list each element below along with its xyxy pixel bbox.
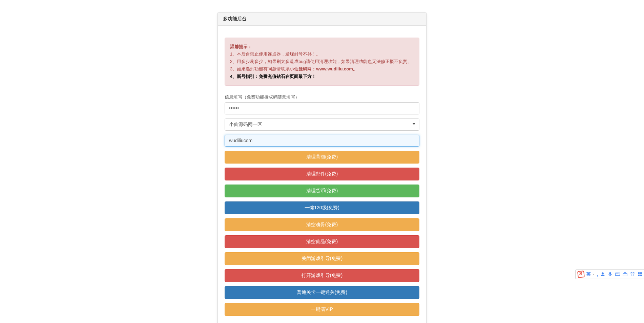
svg-rect-4 xyxy=(617,274,617,274)
svg-rect-2 xyxy=(615,273,620,276)
server-select[interactable]: 小仙源码网一区 xyxy=(225,119,419,131)
svg-rect-5 xyxy=(618,274,618,274)
clear-soul-button[interactable]: 清空魂骨(免费) xyxy=(225,218,419,231)
form-label: 信息填写（免费功能授权码随意填写） xyxy=(225,94,419,100)
close-guide-button[interactable]: 关闭游戏引导(免费) xyxy=(225,252,419,265)
sogou-logo-icon xyxy=(577,271,585,278)
warning-alert: 温馨提示： 1、本后台禁止使用连点器，发现封号不补！。 2、用多少刷多少，如果刷… xyxy=(225,38,419,86)
alert-line-1: 1、本后台禁止使用连点器，发现封号不补！。 xyxy=(230,50,414,58)
clear-mail-button[interactable]: 清理邮件(免费) xyxy=(225,168,419,180)
skin-icon[interactable] xyxy=(630,272,635,277)
keyboard-icon[interactable] xyxy=(615,272,620,277)
svg-rect-3 xyxy=(616,274,616,274)
microphone-icon[interactable] xyxy=(607,272,613,277)
svg-rect-6 xyxy=(619,274,619,274)
alert-line-3-prefix: 3、如果遇到功能有问题请联系 xyxy=(230,66,290,71)
level-120-button[interactable]: 一键120级(免费) xyxy=(225,201,419,214)
svg-rect-11 xyxy=(640,275,642,276)
alert-line-3-link: 小仙源码网：www.wudiliu.com。 xyxy=(290,66,357,71)
auth-code-input[interactable] xyxy=(225,102,419,114)
grid-icon[interactable] xyxy=(637,272,643,277)
svg-rect-8 xyxy=(638,273,640,274)
clear-currency-button[interactable]: 清理货币(免费) xyxy=(225,185,419,197)
max-vip-button[interactable]: 一键满VIP xyxy=(225,303,419,316)
panel-title: 多功能后台 xyxy=(218,13,426,26)
ime-toolbar[interactable]: 英 • , xyxy=(575,270,644,279)
account-input[interactable] xyxy=(225,135,419,147)
user-icon[interactable] xyxy=(600,272,605,277)
punctuation-icon[interactable]: , xyxy=(597,272,598,277)
toolbox-icon[interactable] xyxy=(622,272,628,277)
svg-rect-9 xyxy=(640,273,642,274)
svg-rect-10 xyxy=(638,275,640,276)
svg-point-0 xyxy=(602,273,603,274)
alert-line-4: 4、新号指引：免费充值钻石在页面最下方！ xyxy=(230,73,414,80)
svg-rect-7 xyxy=(623,273,627,276)
alert-heading: 温馨提示： xyxy=(230,44,252,49)
svg-rect-1 xyxy=(609,272,611,275)
panel-body: 温馨提示： 1、本后台禁止使用连点器，发现封号不补！。 2、用多少刷多少，如果刷… xyxy=(218,26,426,323)
alert-line-2: 2、用多少刷多少，如果刷太多造成bug请使用清理功能，如果清理功能也无法修正概不… xyxy=(230,58,414,65)
separator-icon: • xyxy=(593,273,595,276)
clear-backpack-button[interactable]: 清理背包(免费) xyxy=(225,151,419,164)
clear-stage-button[interactable]: 普通关卡一键通关(免费) xyxy=(225,286,419,299)
open-guide-button[interactable]: 打开游戏引导(免费) xyxy=(225,269,419,282)
ime-language[interactable]: 英 xyxy=(586,271,591,277)
main-panel: 多功能后台 温馨提示： 1、本后台禁止使用连点器，发现封号不补！。 2、用多少刷… xyxy=(217,12,427,323)
clear-immortal-button[interactable]: 清空仙品(免费) xyxy=(225,235,419,248)
